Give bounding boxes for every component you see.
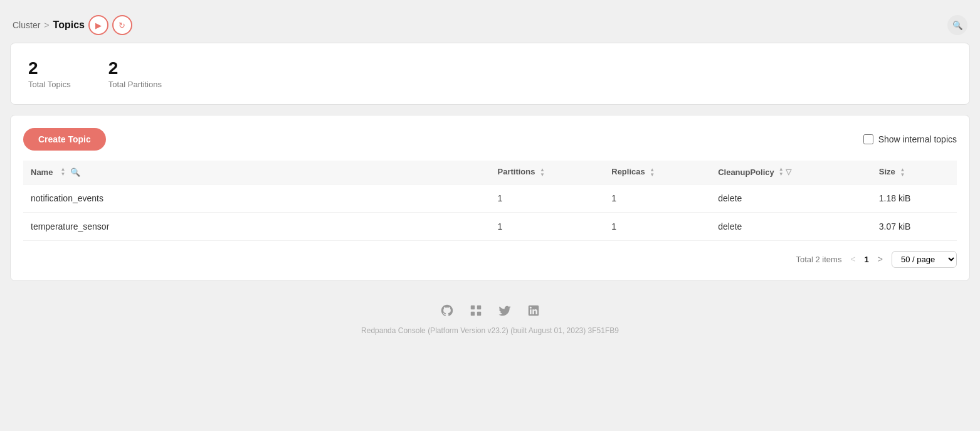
footer-text: Redpanda Console (Platform Version v23.2… [10, 326, 970, 335]
show-internal-checkbox[interactable] [863, 134, 873, 144]
next-page-button[interactable]: > [874, 253, 887, 265]
page-size-select[interactable]: 10 / page20 / page50 / page100 / page [892, 251, 957, 268]
svg-rect-0 [470, 305, 474, 309]
breadcrumb-separator: > [44, 20, 49, 30]
th-partitions: Partitions ▲ ▼ [490, 161, 604, 184]
sort-desc-icon: ▼ [60, 172, 65, 177]
table-header-row: Name ▲ ▼ 🔍 Partitions ▲ ▼ [23, 161, 957, 184]
total-topics-label: Total Topics [28, 80, 71, 89]
topics-header: Create Topic Show internal topics [23, 128, 957, 151]
refresh-button[interactable]: ↻ [112, 15, 132, 35]
search-top-icon: 🔍 [952, 21, 963, 30]
create-topic-button[interactable]: Create Topic [23, 128, 106, 151]
partitions-sort-desc: ▼ [540, 173, 545, 178]
row-name: temperature_sensor [23, 212, 490, 240]
refresh-icon: ↻ [119, 21, 125, 30]
twitter-icon[interactable] [498, 304, 512, 321]
row-size: 1.18 kiB [872, 184, 957, 212]
linkedin-icon[interactable] [527, 304, 540, 321]
table-row[interactable]: temperature_sensor 1 1 delete 3.07 kiB [23, 212, 957, 240]
name-search-icon[interactable]: 🔍 [70, 168, 80, 177]
partitions-sort-icons[interactable]: ▲ ▼ [540, 168, 545, 178]
svg-rect-3 [477, 311, 480, 315]
th-cleanup-policy: CleanupPolicy ▲ ▼ ▽ [710, 161, 872, 184]
svg-rect-2 [470, 311, 474, 315]
row-partitions: 1 [490, 184, 604, 212]
prev-page-button[interactable]: < [846, 253, 859, 265]
cleanup-filter-icon[interactable]: ▽ [786, 168, 791, 176]
search-top-button[interactable]: 🔍 [947, 15, 967, 35]
size-sort-icons[interactable]: ▲ ▼ [900, 168, 905, 178]
topics-table: Name ▲ ▼ 🔍 Partitions ▲ ▼ [23, 161, 957, 241]
top-bar: Cluster > Topics ▶ ↻ 🔍 [10, 10, 970, 43]
breadcrumb: Cluster > Topics ▶ ↻ [13, 15, 132, 35]
show-internal-container: Show internal topics [863, 134, 957, 144]
table-row[interactable]: notification_events 1 1 delete 1.18 kiB [23, 184, 957, 212]
total-partitions-label: Total Partitions [108, 80, 162, 89]
breadcrumb-topics: Topics [53, 19, 85, 31]
row-replicas: 1 [604, 212, 710, 240]
cleanup-sort-desc: ▼ [779, 172, 784, 177]
play-icon: ▶ [95, 21, 102, 30]
cleanup-sort-icons[interactable]: ▲ ▼ [779, 167, 784, 177]
row-cleanup-policy: delete [710, 184, 872, 212]
total-partitions-stat: 2 Total Partitions [108, 58, 162, 89]
row-name: notification_events [23, 184, 490, 212]
row-cleanup-policy: delete [710, 212, 872, 240]
current-page: 1 [862, 255, 872, 264]
row-replicas: 1 [604, 184, 710, 212]
footer: Redpanda Console (Platform Version v23.2… [10, 291, 970, 341]
total-partitions-value: 2 [108, 58, 162, 78]
th-size: Size ▲ ▼ [872, 161, 957, 184]
github-icon[interactable] [440, 304, 454, 321]
replicas-sort-desc: ▼ [650, 173, 655, 178]
play-button[interactable]: ▶ [88, 15, 108, 35]
th-name: Name ▲ ▼ 🔍 [23, 161, 490, 184]
footer-icons [10, 304, 970, 321]
row-partitions: 1 [490, 212, 604, 240]
total-topics-stat: 2 Total Topics [28, 58, 71, 89]
size-sort-desc: ▼ [900, 173, 905, 178]
total-topics-value: 2 [28, 58, 71, 78]
stats-card: 2 Total Topics 2 Total Partitions [10, 43, 970, 105]
show-internal-label[interactable]: Show internal topics [878, 134, 957, 144]
replicas-sort-icons[interactable]: ▲ ▼ [650, 168, 655, 178]
total-items-label: Total 2 items [796, 255, 841, 264]
breadcrumb-cluster: Cluster [13, 20, 40, 30]
page-nav: < 1 > [846, 253, 887, 265]
topics-card: Create Topic Show internal topics Name ▲… [10, 115, 970, 281]
svg-rect-1 [477, 305, 480, 309]
row-size: 3.07 kiB [872, 212, 957, 240]
th-replicas: Replicas ▲ ▼ [604, 161, 710, 184]
slack-icon[interactable] [469, 304, 483, 321]
pagination: Total 2 items < 1 > 10 / page20 / page50… [23, 251, 957, 268]
name-sort-icons[interactable]: ▲ ▼ [60, 167, 65, 177]
